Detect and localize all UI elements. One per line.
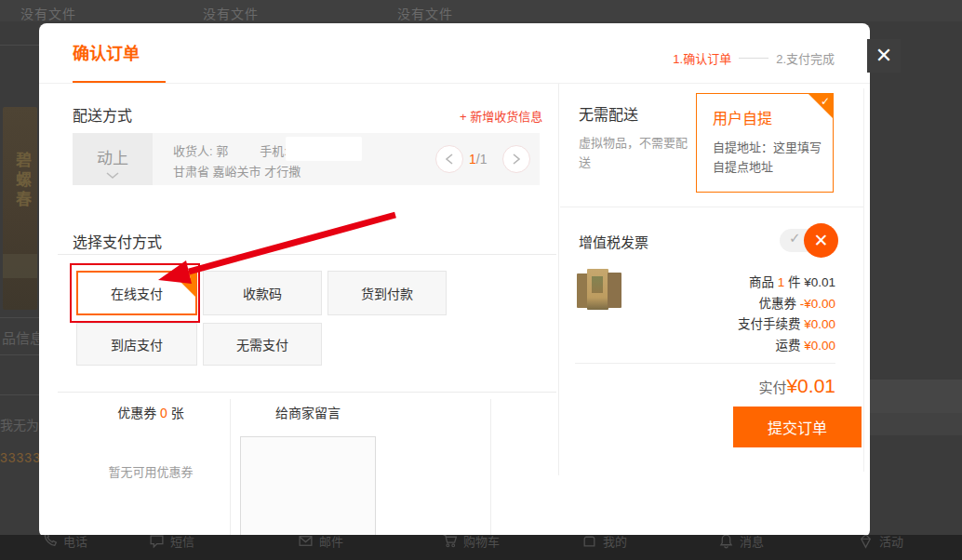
summary-fee-row: 支付手续费 ¥0.00 bbox=[644, 314, 835, 336]
payment-method-label: 在线支付 bbox=[111, 284, 163, 302]
payment-method-cod[interactable]: 货到付款 bbox=[327, 271, 447, 315]
toolbar-item-label: 活动 bbox=[879, 535, 903, 550]
recipient-line: 收货人: 郭手机: bbox=[173, 141, 287, 159]
profile-icon bbox=[581, 535, 597, 549]
column-divider bbox=[490, 399, 491, 538]
background-column-label: 没有文件 bbox=[203, 4, 259, 22]
summary-items-row: 商品 1 件 ¥0.01 bbox=[644, 273, 835, 294]
coupon-section-divider bbox=[58, 392, 556, 393]
merchant-message-title: 给商家留言 bbox=[240, 403, 376, 421]
check-icon: ✓ bbox=[821, 95, 830, 108]
delivery-section-title: 配送方式 bbox=[73, 103, 132, 126]
shipping-option-none-desc: 虚拟物品，不需要配送 bbox=[579, 133, 698, 172]
bottom-toolbar: 电话 短信 邮件 购物车 我的 消息 活动 bbox=[0, 535, 962, 560]
background-divider bbox=[0, 394, 39, 395]
panel-divider bbox=[558, 84, 559, 475]
total-row: 实付¥0.01 bbox=[644, 375, 835, 397]
pickup-title: 用户自提 bbox=[713, 106, 772, 128]
confirm-order-modal: 确认订单 1.确认订单 2.支付完成 配送方式 + 新增收货信息 动上 收货人:… bbox=[39, 23, 870, 538]
background-section bbox=[870, 413, 962, 435]
payment-method-qrcode[interactable]: 收款码 bbox=[203, 271, 322, 315]
shipping-option-pickup[interactable]: 用户自提 自提地址：这里填写自提点地址 ✓ bbox=[696, 93, 834, 193]
summary-coupon-row: 优惠券 -¥0.00 bbox=[644, 294, 835, 315]
payment-method-instore[interactable]: 到店支付 bbox=[76, 323, 197, 366]
page-current: 1 bbox=[469, 152, 476, 167]
toolbar-item-profile[interactable]: 我的 bbox=[581, 535, 627, 550]
total-divider bbox=[575, 363, 835, 364]
close-icon: ✕ bbox=[875, 44, 892, 68]
invoice-yes-check-icon[interactable]: ✓ bbox=[789, 230, 801, 247]
payment-method-label: 到店支付 bbox=[111, 335, 163, 353]
column-divider bbox=[230, 399, 231, 538]
prev-address-button[interactable] bbox=[435, 145, 463, 173]
bell-icon bbox=[718, 535, 734, 549]
background-divider bbox=[0, 317, 39, 318]
mail-icon bbox=[298, 535, 314, 549]
invoice-no-button[interactable]: ✕ bbox=[804, 223, 838, 258]
phone-label: 手机: bbox=[260, 144, 287, 158]
coupon-label: 优惠券 bbox=[117, 406, 156, 420]
chevron-left-icon bbox=[445, 153, 454, 165]
add-address-link[interactable]: + 新增收货信息 bbox=[460, 107, 542, 125]
toolbar-item-label: 消息 bbox=[740, 535, 764, 550]
screen: 没有文件 没有文件 没有文件 碧螺春 品信息 我无为 33333333 电话 短… bbox=[0, 0, 962, 560]
step-separator bbox=[739, 58, 768, 59]
background-column-label: 没有文件 bbox=[20, 4, 76, 22]
toolbar-item-cart[interactable]: 购物车 bbox=[442, 535, 500, 550]
address-tab-label: 动上 bbox=[73, 145, 153, 168]
payment-method-label: 收款码 bbox=[243, 284, 282, 302]
chevron-down-icon bbox=[106, 172, 119, 180]
background-divider bbox=[0, 45, 39, 46]
payment-method-none[interactable]: 无需支付 bbox=[203, 323, 322, 366]
address-tab[interactable]: 动上 bbox=[73, 133, 153, 185]
coupon-count: 0 bbox=[160, 406, 167, 420]
total-label: 实付 bbox=[758, 380, 786, 395]
toolbar-item-label: 短信 bbox=[170, 535, 194, 550]
pickup-desc: 自提地址：这里填写自提点地址 bbox=[713, 138, 822, 177]
payment-section-title: 选择支付方式 bbox=[73, 230, 162, 252]
close-icon: ✕ bbox=[814, 230, 829, 251]
address-box: 动上 收货人: 郭手机: 甘肃省 嘉峪关市 才行撒 1/1 bbox=[73, 133, 540, 185]
summary-shipping-row: 运费 ¥0.00 bbox=[644, 336, 835, 357]
toolbar-item-label: 电话 bbox=[63, 535, 87, 550]
chat-icon bbox=[149, 535, 165, 549]
total-amount: ¥0.01 bbox=[786, 375, 835, 396]
submit-order-button[interactable]: 提交订单 bbox=[733, 407, 862, 447]
coupon-header: 优惠券 0 张 bbox=[76, 403, 225, 421]
payment-divider bbox=[58, 254, 556, 255]
payment-method-online[interactable]: 在线支付 ✓ bbox=[76, 271, 197, 315]
payment-method-label: 货到付款 bbox=[361, 284, 413, 302]
modal-close-button[interactable]: ✕ bbox=[867, 39, 901, 73]
background-product-image: 碧螺春 bbox=[3, 107, 37, 310]
invoice-section-divider bbox=[560, 207, 863, 207]
address-pagination: 1/1 bbox=[469, 152, 487, 167]
redacted-phone-patch bbox=[286, 137, 362, 161]
merchant-message-input[interactable] bbox=[240, 436, 376, 538]
check-icon: ✓ bbox=[183, 273, 193, 287]
coupon-empty-text: 暂无可用优惠券 bbox=[76, 462, 225, 480]
toolbar-item-mail[interactable]: 邮件 bbox=[298, 535, 343, 550]
product-thumbnail bbox=[577, 267, 625, 312]
toolbar-item-sms[interactable]: 短信 bbox=[149, 535, 194, 550]
next-address-button[interactable] bbox=[502, 145, 530, 173]
phone-icon bbox=[42, 535, 58, 549]
step-payment-complete: 2.支付完成 bbox=[776, 49, 835, 67]
invoice-title: 增值税发票 bbox=[579, 232, 648, 251]
step-confirm-order: 1.确认订单 bbox=[673, 49, 731, 67]
activity-icon bbox=[858, 535, 874, 549]
toolbar-item-label: 我的 bbox=[603, 535, 627, 550]
cart-icon bbox=[442, 535, 458, 549]
price-summary: 商品 1 件 ¥0.01 优惠券 -¥0.00 支付手续费 ¥0.00 运费 ¥… bbox=[644, 273, 835, 356]
shipping-option-none[interactable]: 无需配送 bbox=[579, 102, 638, 125]
toolbar-item-activity[interactable]: 活动 bbox=[858, 535, 903, 550]
background-top-strip bbox=[0, 0, 962, 21]
modal-title: 确认订单 bbox=[73, 40, 140, 64]
background-text-fragment: 我无为 bbox=[0, 415, 39, 433]
checkout-steps: 1.确认订单 2.支付完成 bbox=[673, 49, 835, 67]
coupon-unit: 张 bbox=[171, 406, 184, 420]
chevron-right-icon bbox=[512, 153, 521, 165]
recipient-name: 收货人: 郭 bbox=[173, 144, 228, 158]
toolbar-item-phone[interactable]: 电话 bbox=[42, 535, 87, 550]
toolbar-item-messages[interactable]: 消息 bbox=[718, 535, 764, 550]
payment-method-label: 无需支付 bbox=[236, 335, 288, 353]
